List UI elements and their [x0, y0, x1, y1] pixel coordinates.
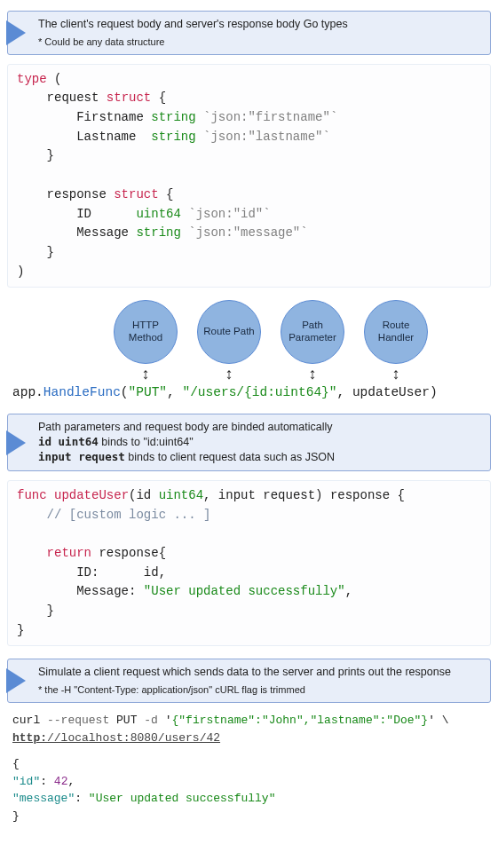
- callout-go-types: The client's request body and server's r…: [7, 11, 491, 55]
- code-updateuser: func updateUser(id uint64, input request…: [7, 480, 491, 647]
- response-open: {: [12, 755, 486, 773]
- callout-line: Path parameters and request body are bin…: [38, 420, 481, 435]
- callout-footnote: * the -H "Content-Type: application/json…: [38, 683, 481, 697]
- http-method-value: "PUT": [129, 385, 168, 399]
- struct-tag: `json:"firstname"`: [196, 110, 338, 124]
- response-close: }: [12, 808, 486, 825]
- type-uint64: uint64: [136, 207, 180, 221]
- arrow-icon: ↕: [142, 366, 150, 382]
- struct-tag: `json:"id"`: [181, 207, 271, 221]
- callout-line: id uint64 binds to "id:uint64": [38, 435, 481, 450]
- callout-line: input request binds to client request da…: [38, 450, 481, 465]
- diagram-bubbles: HTTP Method ↕ Route Path ↕ Path Paramete…: [7, 300, 491, 382]
- request-body: {"firstname":"John","lastname":"Doe"}: [171, 714, 428, 727]
- callout-footnote: * Could be any data structure: [38, 36, 481, 49]
- struct-tag: `json:"message"`: [181, 225, 308, 240]
- callout-binding: Path parameters and request body are bin…: [7, 414, 491, 471]
- type-string: string: [136, 225, 180, 240]
- func-name: updateUser: [54, 488, 129, 502]
- route-path-value: "/users/{id:uint64}": [182, 385, 336, 399]
- code-handlefunc: app.HandleFunc("PUT", "/users/{id:uint64…: [7, 385, 491, 399]
- arrow-icon: ↕: [309, 366, 317, 382]
- arrow-icon: ↕: [225, 366, 233, 382]
- arrow-icon: ↕: [392, 366, 400, 382]
- code-comment: // [custom logic ... ]: [17, 508, 210, 522]
- response-line-message: "message": "User updated successfully": [12, 790, 486, 808]
- bubble-http-method: HTTP Method ↕: [114, 300, 178, 382]
- keyword-func: func: [17, 488, 47, 502]
- keyword-type: type: [17, 72, 47, 86]
- struct-tag: `json:"lastname"`: [196, 130, 330, 144]
- bubble-route-handler: Route Handler ↕: [364, 300, 428, 382]
- bubble-route-path: Route Path ↕: [197, 300, 261, 382]
- curl-line-2: http://localhost:8080/users/42: [12, 730, 486, 747]
- keyword-struct: struct: [107, 91, 151, 105]
- response-line-id: "id": 42,: [12, 773, 486, 791]
- bubble-path-parameter: Path Parameter ↕: [281, 300, 344, 382]
- callout-title: Simulate a client request which sends da…: [38, 665, 481, 680]
- type-uint64: uint64: [159, 488, 203, 502]
- request-url: http://localhost:8080/users/42: [12, 731, 220, 745]
- string-literal: "User updated successfully": [144, 584, 345, 598]
- curl-command: curl --request PUT -d '{"firstname":"Joh…: [7, 712, 491, 825]
- callout-title: The client's request body and server's r…: [38, 17, 481, 32]
- type-string: string: [151, 110, 195, 124]
- keyword-struct: struct: [114, 187, 158, 201]
- callout-curl: Simulate a client request which sends da…: [7, 659, 491, 703]
- func-handlefunc: HandleFunc: [43, 385, 121, 399]
- handler-name: updateUser): [352, 385, 438, 399]
- code-type-declaration: type ( request struct { Firstname string…: [7, 64, 491, 288]
- keyword-return: return: [17, 546, 91, 560]
- type-string: string: [151, 130, 195, 144]
- curl-line-1: curl --request PUT -d '{"firstname":"Joh…: [12, 712, 486, 730]
